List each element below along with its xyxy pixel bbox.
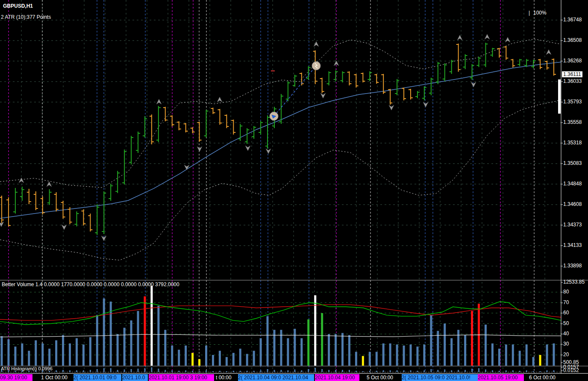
zoom-bar-glyph: | (529, 10, 530, 16)
time-axis-segment: 2( 2021.10.04 09:0 2021.10.04 (238, 374, 314, 381)
time-axis-segment: 5 Oct 00:00 (367, 374, 397, 381)
price-axis-label: 1.36033 (563, 78, 582, 84)
time-axis-segment: 2021.10.05 19:00 (478, 374, 524, 381)
volume-axis-label: 40 (563, 331, 569, 337)
chart-canvas[interactable] (0, 0, 588, 381)
price-axis-label: 1.34133 (563, 242, 582, 248)
price-axis-label: 1.34373 (563, 222, 582, 228)
time-axis-segment: 6 Oct 00:00 (529, 374, 561, 381)
time-axis-segment: 2( 2021.10.05 09:0 2021.10.0! (402, 374, 478, 381)
price-axis-label: 1.35083 (563, 160, 582, 166)
volume-axis-label: 80 (563, 289, 569, 295)
time-axis-segment: 1 Oct 00:00 (41, 374, 79, 381)
price-axis-label: 1.36508 (563, 37, 582, 43)
price-axis-label: 1.34848 (563, 181, 582, 187)
current-price-label: 1.36111 (562, 71, 582, 77)
time-axis-segment: 2( 2021.10.01 09:0 (74, 374, 121, 381)
zoom-level-label: 100% (533, 10, 547, 16)
volume-axis-label: 20 (563, 352, 569, 358)
volume-axis-label: 70 (563, 299, 569, 305)
price-axis-label: 1.34608 (563, 201, 582, 207)
symbol-timeframe-label: GBPUSD,H1 (3, 3, 33, 9)
atr-points-label: 2 ATR (10):377 Points (1, 14, 51, 20)
volume-axis-label: 60 (563, 310, 569, 316)
price-axis-label: 1.35558 (563, 119, 582, 125)
atr-histogram-label: ATR Histogram(i) 0.0996 (1, 366, 53, 372)
time-axis-segment: 09.30 19:00 (0, 374, 32, 381)
price-axis[interactable]: 1.367481.365081.362681.360331.357931.355… (561, 0, 588, 373)
price-axis-label: 1.35793 (563, 99, 582, 105)
volume-axis-label: 30 (563, 341, 569, 347)
time-axis-segment: t 00:00 (216, 374, 237, 381)
time-axis-segment: 2021.10.0 (122, 374, 148, 381)
better-volume-label: Better Volume 1.4 0.0000 1770.0000 0.000… (2, 281, 179, 287)
price-axis-label: 1.36748 (563, 17, 582, 23)
price-axis-label: 1.36268 (563, 58, 582, 64)
time-axis-segment: 2021.10.01 19:00 3 19:00 (149, 374, 214, 381)
time-axis[interactable]: 09.30 19:001 Oct 00:002( 2021.10.01 09:0… (0, 373, 588, 381)
volume-axis-label: 0.0152 (563, 367, 579, 373)
time-axis-segment: 2021.10.04 19:00 (315, 374, 359, 381)
mt4-chart-window: GBPUSD,H1 2 ATR (10):377 Points | 100% B… (0, 0, 588, 381)
volume-axis-label: 50 (563, 320, 569, 326)
price-axis-label: 1.33898 (563, 263, 582, 269)
volume-axis-label: 12533.85 (563, 279, 585, 285)
price-axis-label: 1.35318 (563, 140, 582, 146)
